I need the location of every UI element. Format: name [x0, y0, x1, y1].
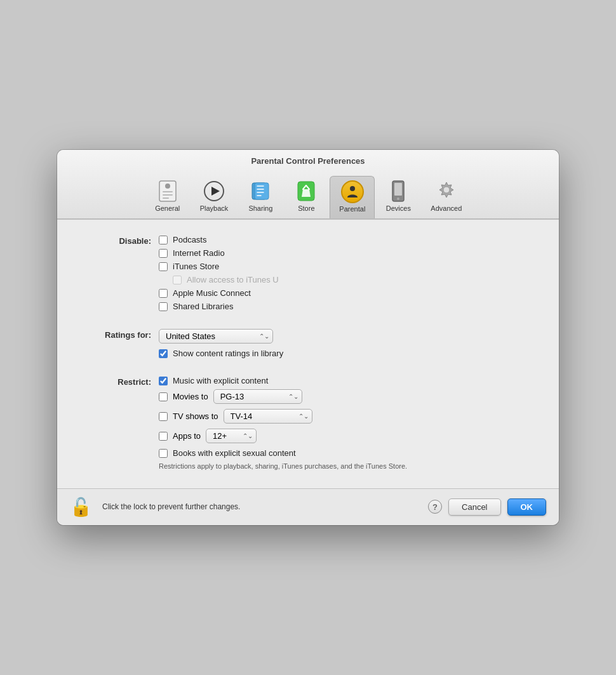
restrict-music-label: Music with explicit content [173, 376, 268, 385]
parental-icon [341, 180, 364, 203]
tv-select-wrapper: TV-Y TV-Y7 TV-G TV-PG TV-14 TV-MA [224, 409, 312, 424]
restrict-tv-row: TV shows to TV-Y TV-Y7 TV-G TV-PG TV-14 … [159, 409, 533, 424]
restrict-music-row: Music with explicit content [159, 376, 533, 385]
window-title: Parental Control Preferences [57, 156, 559, 166]
country-select[interactable]: United States [159, 329, 273, 344]
restrict-movies-row: Movies to G PG PG-13 R NC-17 [159, 389, 533, 404]
devices-icon [387, 180, 410, 203]
ratings-section: Ratings for: United States Show content … [83, 329, 533, 362]
disable-internet-radio-checkbox[interactable] [159, 249, 168, 258]
ratings-controls: United States Show content ratings in li… [159, 329, 533, 362]
movies-select-wrapper: G PG PG-13 R NC-17 [213, 389, 302, 404]
toolbar-item-devices[interactable]: Devices [376, 176, 420, 218]
store-icon [295, 180, 318, 203]
apps-select[interactable]: 4+ 9+ 12+ 17+ [206, 429, 257, 443]
disable-apple-music-checkbox[interactable] [159, 289, 168, 298]
playback-icon [203, 180, 225, 203]
svg-point-13 [397, 197, 399, 200]
disable-internet-radio-label: Internet Radio [173, 248, 225, 258]
bottom-bar: 🔓 Click the lock to prevent further chan… [57, 488, 559, 525]
disable-internet-radio-row: Internet Radio [159, 248, 533, 258]
disable-section: Disable: Podcasts Internet Radio iTunes … [83, 235, 533, 315]
gap-1 [83, 319, 533, 329]
svg-point-1 [165, 184, 170, 189]
disable-podcasts-row: Podcasts [159, 235, 533, 244]
toolbar-item-general[interactable]: General [145, 176, 190, 218]
show-ratings-label: Show content ratings in library [173, 349, 283, 358]
disable-shared-libraries-checkbox[interactable] [159, 302, 168, 311]
lock-icon[interactable]: 🔓 [70, 497, 92, 518]
gap-2 [83, 366, 533, 376]
sharing-label: Sharing [248, 204, 272, 212]
svg-rect-4 [163, 197, 169, 199]
preferences-window: Parental Control Preferences General [57, 150, 559, 525]
restrict-movies-checkbox[interactable] [159, 392, 168, 401]
show-ratings-checkbox[interactable] [159, 349, 168, 358]
svg-point-10 [350, 186, 355, 191]
restrict-movies-label: Movies to [173, 392, 208, 401]
svg-marker-6 [211, 187, 220, 196]
toolbar: General Playback [57, 172, 559, 218]
title-bar: Parental Control Preferences General [57, 150, 559, 220]
restrict-apps-checkbox[interactable] [159, 432, 168, 441]
toolbar-item-sharing[interactable]: Sharing [238, 176, 283, 218]
general-label: General [155, 204, 180, 212]
apps-select-wrapper: 4+ 9+ 12+ 17+ [206, 429, 257, 443]
toolbar-item-playback[interactable]: Playback [191, 176, 238, 218]
disable-apple-music-label: Apple Music Connect [173, 288, 251, 298]
content-area: Disable: Podcasts Internet Radio iTunes … [57, 220, 559, 488]
ok-button[interactable]: OK [507, 498, 547, 516]
disable-podcasts-checkbox[interactable] [159, 236, 168, 244]
devices-label: Devices [386, 204, 411, 212]
playback-label: Playback [200, 204, 229, 212]
svg-rect-3 [163, 194, 173, 196]
lock-text: Click the lock to prevent further change… [102, 502, 422, 511]
svg-rect-12 [394, 183, 402, 196]
restrict-books-checkbox[interactable] [159, 449, 168, 458]
disable-itunes-u-row: Allow access to iTunes U [173, 275, 533, 284]
general-icon [156, 180, 179, 203]
disable-shared-libraries-label: Shared Libraries [173, 302, 233, 311]
toolbar-divider [57, 218, 559, 219]
restrict-label: Restrict: [83, 376, 159, 387]
restrict-section: Restrict: Music with explicit content Mo… [83, 376, 533, 471]
country-select-wrapper: United States [159, 329, 273, 344]
restrict-books-row: Books with explicit sexual content [159, 448, 533, 458]
disable-podcasts-label: Podcasts [173, 235, 206, 244]
disable-controls: Podcasts Internet Radio iTunes Store All… [159, 235, 533, 315]
disable-apple-music-row: Apple Music Connect [159, 288, 533, 298]
restrict-apps-label: Apps to [173, 431, 201, 441]
disable-itunes-u-checkbox [173, 276, 182, 284]
tv-select[interactable]: TV-Y TV-Y7 TV-G TV-PG TV-14 TV-MA [224, 409, 312, 424]
disable-label: Disable: [83, 235, 159, 246]
svg-point-14 [443, 187, 450, 193]
toolbar-item-advanced[interactable]: Advanced [422, 176, 471, 218]
sharing-icon [249, 180, 272, 203]
advanced-label: Advanced [431, 204, 462, 212]
restrict-tv-checkbox[interactable] [159, 412, 168, 421]
ratings-country-row: United States [159, 329, 533, 344]
toolbar-item-parental[interactable]: Parental [330, 176, 375, 218]
restrict-books-label: Books with explicit sexual content [173, 448, 296, 458]
svg-rect-2 [163, 191, 173, 192]
movies-select[interactable]: G PG PG-13 R NC-17 [213, 389, 302, 404]
toolbar-item-store[interactable]: Store [284, 176, 328, 218]
restrict-apps-row: Apps to 4+ 9+ 12+ 17+ [159, 429, 533, 443]
disable-shared-libraries-row: Shared Libraries [159, 302, 533, 311]
restrict-footnote: Restrictions apply to playback, sharing,… [159, 462, 438, 471]
show-ratings-row: Show content ratings in library [159, 349, 533, 358]
advanced-icon [435, 180, 458, 203]
restrict-controls: Music with explicit content Movies to G … [159, 376, 533, 471]
disable-itunes-u-label: Allow access to iTunes U [187, 275, 279, 284]
help-button[interactable]: ? [428, 500, 442, 514]
store-label: Store [298, 204, 314, 212]
disable-itunes-store-label: iTunes Store [173, 262, 219, 271]
disable-itunes-store-checkbox[interactable] [159, 262, 168, 271]
cancel-button[interactable]: Cancel [448, 498, 500, 516]
svg-rect-8 [255, 183, 269, 199]
disable-itunes-store-row: iTunes Store [159, 262, 533, 271]
restrict-music-checkbox[interactable] [159, 377, 168, 385]
parental-label: Parental [339, 205, 365, 213]
ratings-label: Ratings for: [83, 329, 159, 340]
restrict-tv-label: TV shows to [173, 411, 218, 421]
